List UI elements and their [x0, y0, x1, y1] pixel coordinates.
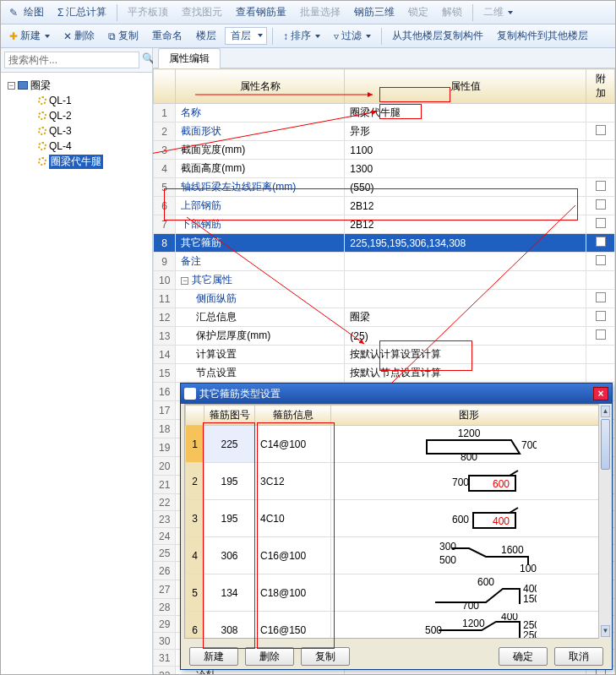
collapse-icon[interactable]: − [8, 82, 15, 90]
filter-button[interactable]: ▿过滤 [329, 27, 376, 45]
property-value[interactable]: 2B12 [345, 215, 586, 234]
dlg-new-button[interactable]: 新建 [189, 647, 238, 666]
property-value[interactable]: 圈梁 [345, 308, 586, 327]
dlg-delete-button[interactable]: 删除 [245, 647, 294, 666]
find-element-button[interactable]: 查找图元 [177, 3, 227, 21]
lock-button[interactable]: 锁定 [403, 3, 433, 21]
copy-button[interactable]: ⧉复制 [103, 27, 144, 45]
rebar-qty-button[interactable]: 查看钢筋量 [231, 3, 292, 21]
close-icon[interactable]: × [593, 387, 608, 400]
sum-button[interactable]: Σ 汇总计算 [52, 3, 112, 21]
property-add-checkbox[interactable] [586, 271, 615, 290]
stirrup-row[interactable]: 4306C16@1003005001600100 [186, 537, 608, 574]
draw-button[interactable]: ✎绘图 [4, 3, 49, 21]
stirrup-row[interactable]: 6308C16@1505001200400250250300 [186, 612, 608, 640]
tree-root[interactable]: − 圈梁 [4, 78, 149, 93]
property-value[interactable] [345, 290, 586, 308]
stirrup-no[interactable]: 306 [204, 537, 255, 574]
stirrup-info[interactable]: C16@150 [255, 612, 331, 640]
property-add-checkbox[interactable] [586, 327, 615, 346]
property-add-checkbox[interactable] [586, 178, 615, 197]
scroll-down-icon[interactable]: ▼ [601, 625, 610, 637]
property-add-checkbox[interactable] [586, 160, 615, 178]
dialog-titlebar[interactable]: 其它箍筋类型设置 × [181, 384, 612, 404]
property-row[interactable]: 11侧面纵筋 [154, 290, 615, 308]
stirrup-row[interactable]: 5134C18@100600400150700 [186, 574, 608, 612]
rebar-3d-button[interactable]: 钢筋三维 [349, 3, 400, 21]
stirrup-info[interactable]: 3C12 [255, 463, 331, 500]
tree-item[interactable]: 圈梁代牛腿 [4, 154, 149, 169]
align-button[interactable]: 平齐板顶 [123, 3, 173, 21]
property-add-checkbox[interactable] [586, 290, 615, 308]
stirrup-row[interactable]: 1225C14@1001200700800 [186, 426, 608, 463]
property-row[interactable]: 3截面宽度(mm)1100 [154, 141, 615, 160]
property-add-checkbox[interactable] [586, 197, 615, 215]
dlg-copy-button[interactable]: 复制 [301, 647, 350, 666]
dialog-scrollbar[interactable]: ▲ ▼ [598, 404, 612, 639]
sort-button[interactable]: ↕排序 [278, 27, 325, 45]
tree-item[interactable]: QL-3 [4, 123, 149, 139]
search-input[interactable] [4, 52, 139, 68]
property-value[interactable]: 圈梁代牛腿 [345, 104, 586, 122]
property-value[interactable]: (550) [345, 178, 586, 197]
property-add-checkbox[interactable] [586, 253, 615, 271]
stirrup-row[interactable]: 21953C12700600 [186, 463, 608, 500]
property-value[interactable] [345, 271, 586, 290]
dlg-cancel-button[interactable]: 取消 [554, 647, 603, 666]
property-add-checkbox[interactable] [586, 104, 615, 122]
tab-properties[interactable]: 属性编辑 [158, 48, 221, 68]
property-add-checkbox[interactable] [586, 364, 615, 383]
property-value[interactable]: 225,195,195,306,134,308 [345, 234, 586, 253]
stirrup-info[interactable]: C14@100 [255, 426, 331, 463]
stirrup-info[interactable]: C16@100 [255, 537, 331, 574]
dlg-ok-button[interactable]: 确定 [499, 647, 548, 666]
new-button[interactable]: ✚新建 [4, 27, 55, 45]
property-row[interactable]: 6上部钢筋2B12 [154, 197, 615, 215]
property-row[interactable]: 2截面形状异形 [154, 122, 615, 141]
property-add-checkbox[interactable] [586, 234, 615, 253]
property-value[interactable]: 2B12 [345, 197, 586, 215]
property-add-checkbox[interactable] [586, 215, 615, 234]
property-row[interactable]: 1名称圈梁代牛腿 [154, 104, 615, 122]
property-value[interactable]: 按默认节点设置计算 [345, 364, 586, 383]
property-value[interactable]: (25) [345, 327, 586, 346]
property-row[interactable]: 15节点设置按默认节点设置计算 [154, 364, 615, 383]
batch-select-button[interactable]: 批量选择 [295, 3, 346, 21]
stirrup-info[interactable]: 4C10 [255, 500, 331, 537]
unlock-button[interactable]: 解锁 [437, 3, 467, 21]
scroll-thumb[interactable] [601, 419, 610, 470]
property-row[interactable]: 13保护层厚度(mm)(25) [154, 327, 615, 346]
property-row[interactable]: 10−其它属性 [154, 271, 615, 290]
property-row[interactable]: 12汇总信息圈梁 [154, 308, 615, 327]
property-value[interactable]: 异形 [345, 122, 586, 141]
stirrup-no[interactable]: 225 [204, 426, 255, 463]
tree-item[interactable]: QL-1 [4, 93, 149, 108]
stirrup-no[interactable]: 308 [204, 612, 255, 640]
property-value[interactable]: 1100 [345, 141, 586, 160]
tree-item[interactable]: QL-4 [4, 139, 149, 154]
rename-button[interactable]: 重命名 [147, 27, 188, 45]
floor-select[interactable]: 首层 [225, 27, 267, 45]
tree-item[interactable]: QL-2 [4, 108, 149, 123]
property-add-checkbox[interactable] [586, 141, 615, 160]
stirrup-row[interactable]: 31954C10600400 [186, 500, 608, 537]
property-row[interactable]: 4截面高度(mm)1300 [154, 160, 615, 178]
scroll-up-icon[interactable]: ▲ [601, 406, 610, 417]
stirrup-no[interactable]: 195 [204, 463, 255, 500]
stirrup-no[interactable]: 134 [204, 574, 255, 612]
property-value[interactable]: 按默认计算设置计算 [345, 346, 586, 364]
copy-from-floor-button[interactable]: 从其他楼层复制构件 [387, 27, 488, 45]
property-add-checkbox[interactable] [586, 346, 615, 364]
property-row[interactable]: 8其它箍筋225,195,195,306,134,308 [154, 234, 615, 253]
2d-button[interactable]: 二维 [478, 3, 518, 21]
delete-button[interactable]: ✕删除 [58, 27, 100, 45]
property-row[interactable]: 7下部钢筋2B12 [154, 215, 615, 234]
property-row[interactable]: 5轴线距梁左边线距离(mm)(550) [154, 178, 615, 197]
property-add-checkbox[interactable] [586, 122, 615, 141]
copy-to-floor-button[interactable]: 复制构件到其他楼层 [492, 27, 593, 45]
property-value[interactable]: 1300 [345, 160, 586, 178]
property-add-checkbox[interactable] [586, 308, 615, 327]
stirrup-info[interactable]: C18@100 [255, 574, 331, 612]
property-row[interactable]: 14计算设置按默认计算设置计算 [154, 346, 615, 364]
property-row[interactable]: 9备注 [154, 253, 615, 271]
